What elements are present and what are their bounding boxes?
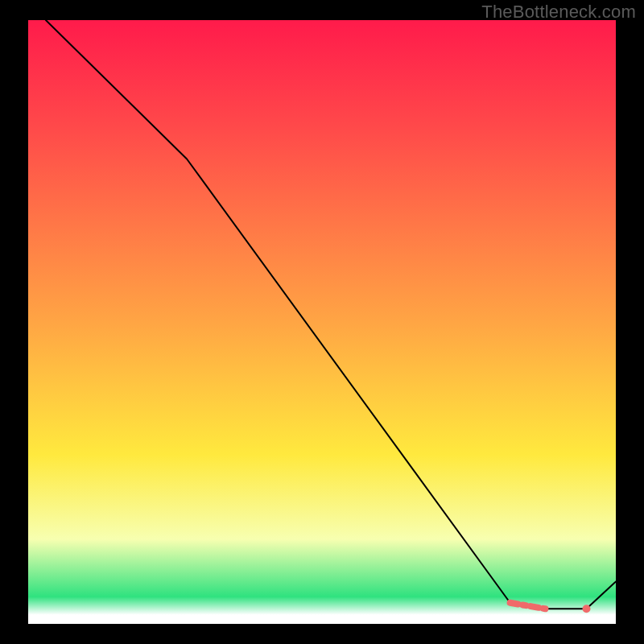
chart-frame: TheBottleneck.com [0, 0, 644, 644]
chart-svg [28, 20, 616, 624]
chart-background [28, 20, 616, 624]
plot-area [28, 20, 616, 624]
highlight-point [583, 605, 591, 613]
highlight-points [583, 605, 591, 613]
